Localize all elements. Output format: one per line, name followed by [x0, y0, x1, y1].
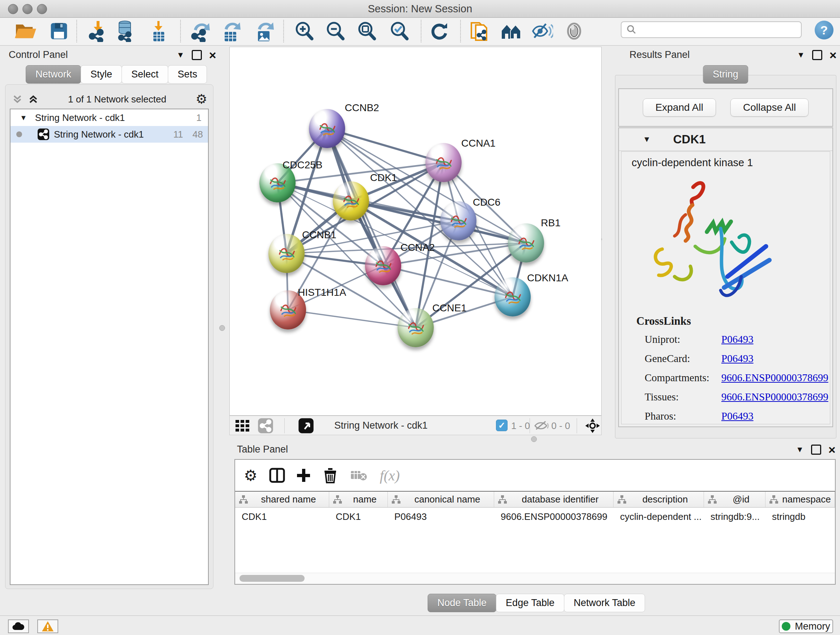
table-cell[interactable]: CDK1: [329, 508, 388, 525]
column-header-description[interactable]: description: [614, 492, 704, 507]
tab-network-table[interactable]: Network Table: [564, 594, 645, 612]
table-cell[interactable]: P06493: [388, 508, 494, 525]
gene-description: cyclin-dependent kinase 1: [632, 157, 830, 169]
network-canvas[interactable]: CCNB2CCNA1CDC25BCDK1CDC6RB1CCNB1CCNA2CDK…: [229, 47, 602, 416]
close-panel-icon[interactable]: ×: [209, 51, 216, 59]
network-edge-count: 48: [193, 129, 203, 140]
delete-table-icon: [350, 469, 368, 482]
memory-button[interactable]: Memory: [779, 619, 833, 633]
expand-all-button[interactable]: Expand All: [643, 98, 716, 117]
refresh-icon[interactable]: [426, 20, 452, 42]
close-panel-icon[interactable]: ×: [829, 51, 837, 59]
selected-items-checkbox[interactable]: ✓: [496, 420, 508, 431]
crosslink-link[interactable]: 9606.ENSP00000378699: [722, 391, 829, 403]
save-session-icon[interactable]: [46, 20, 72, 42]
zoom-out-icon[interactable]: [323, 20, 348, 42]
detach-view-icon[interactable]: [298, 418, 314, 435]
float-panel-icon[interactable]: [192, 50, 202, 60]
tab-network[interactable]: Network: [26, 65, 81, 84]
import-network-database-icon[interactable]: [112, 20, 137, 42]
table-horizontal-scrollbar[interactable]: [235, 573, 835, 584]
import-network-file-icon[interactable]: [85, 20, 111, 42]
tab-select[interactable]: Select: [122, 65, 168, 84]
network-collection-row[interactable]: ▼ String Network - cdk1 1: [11, 109, 208, 126]
tab-sets[interactable]: Sets: [168, 65, 207, 84]
crosslink-label: Tissues:: [622, 391, 722, 403]
network-options-gear-icon[interactable]: ⚙: [196, 92, 207, 107]
birds-eye-view-icon[interactable]: [584, 418, 600, 435]
warnings-button[interactable]: [37, 619, 58, 633]
table-cell[interactable]: CDK1: [235, 508, 329, 525]
network-node-CDKN1A[interactable]: [494, 277, 531, 317]
table-cell[interactable]: stringdb: [766, 508, 835, 525]
hidden-items-eye-icon[interactable]: [534, 420, 550, 432]
collapse-panel-icon[interactable]: ▼: [177, 50, 185, 60]
export-image-icon[interactable]: [251, 20, 277, 42]
table-row[interactable]: CDK1CDK1P064939606.ENSP00000378699cyclin…: [235, 508, 835, 525]
crosslink-link[interactable]: P06493: [722, 333, 753, 345]
collapse-panel-icon[interactable]: ▼: [796, 445, 804, 454]
column-header-database-identifier[interactable]: database identifier: [494, 492, 614, 507]
zoom-selected-icon[interactable]: [387, 20, 412, 42]
export-table-icon[interactable]: [218, 20, 243, 42]
help-button[interactable]: ?: [815, 21, 834, 40]
scrollbar-thumb[interactable]: [240, 575, 305, 582]
new-network-from-selection-icon[interactable]: [467, 20, 492, 42]
column-header-shared-name[interactable]: shared name: [235, 492, 329, 507]
warning-icon: [42, 621, 54, 632]
column-header-canonical-name[interactable]: canonical name: [388, 492, 494, 507]
collapse-panel-icon[interactable]: ▼: [797, 50, 805, 60]
network-node-RB1[interactable]: [508, 223, 544, 263]
tab-string-results[interactable]: String: [703, 65, 748, 84]
level-of-detail-icon[interactable]: [561, 20, 587, 42]
show-columns-icon[interactable]: [269, 467, 285, 483]
column-header--id[interactable]: @id: [704, 492, 766, 507]
network-node-CCNE1[interactable]: [398, 308, 434, 347]
open-session-icon[interactable]: [13, 20, 38, 42]
import-table-file-icon[interactable]: [146, 20, 171, 42]
zoom-fit-icon[interactable]: [354, 20, 379, 42]
table-cell[interactable]: cyclin-dependent ...: [614, 508, 704, 525]
titlebar: Session: New Session: [0, 0, 840, 18]
column-header-name[interactable]: name: [329, 492, 388, 507]
float-panel-icon[interactable]: [812, 50, 822, 60]
collection-expand-icon[interactable]: ▼: [20, 114, 27, 122]
network-node-CDK1[interactable]: [333, 181, 369, 220]
expand-collapse-bar: Expand All Collapse All: [618, 88, 833, 127]
collapse-all-button[interactable]: Collapse All: [730, 98, 808, 117]
zoom-in-icon[interactable]: [292, 20, 317, 42]
network-node-CCNB1[interactable]: [268, 234, 305, 273]
export-network-icon[interactable]: [187, 20, 213, 42]
network-node-CCNB2[interactable]: [309, 109, 345, 148]
tab-style[interactable]: Style: [81, 65, 122, 84]
close-panel-icon[interactable]: ×: [829, 446, 836, 454]
cloud-status-button[interactable]: [8, 619, 29, 633]
table-options-gear-icon[interactable]: ⚙: [244, 467, 257, 485]
add-column-icon[interactable]: [296, 468, 311, 483]
delete-column-icon[interactable]: [324, 467, 337, 483]
string-home-icon[interactable]: [499, 20, 524, 42]
network-node-CCNA1[interactable]: [425, 143, 462, 182]
enhanced-graphics-icon[interactable]: [530, 20, 555, 42]
search-input[interactable]: [621, 21, 802, 38]
tab-node-table[interactable]: Node Table: [428, 594, 496, 612]
network-view-title: String Network - cdk1: [334, 420, 428, 431]
float-panel-icon[interactable]: [811, 445, 821, 455]
gene-collapse-icon[interactable]: ▼: [643, 135, 651, 144]
collapse-all-networks-icon[interactable]: [12, 94, 23, 105]
network-row[interactable]: String Network - cdk1 11 48: [11, 126, 208, 143]
table-cell[interactable]: stringdb:9...: [704, 508, 766, 525]
tab-edge-table[interactable]: Edge Table: [496, 594, 564, 612]
crosslink-link[interactable]: 9606.ENSP00000378699: [722, 372, 829, 384]
network-node-CCNA2[interactable]: [365, 246, 401, 285]
network-node-CDC6[interactable]: [440, 201, 477, 241]
table-cell[interactable]: 9606.ENSP00000378699: [494, 508, 614, 525]
crosslink-link[interactable]: P06493: [722, 353, 753, 364]
expand-all-networks-icon[interactable]: [28, 94, 39, 105]
network-view-type-icon[interactable]: [257, 418, 273, 435]
bottom-splitter-handle[interactable]: [531, 436, 537, 442]
grid-view-icon[interactable]: [235, 420, 251, 433]
left-splitter-handle[interactable]: [219, 325, 225, 331]
column-header-namespace[interactable]: namespace: [766, 492, 835, 507]
crosslink-link[interactable]: P06493: [722, 410, 753, 422]
